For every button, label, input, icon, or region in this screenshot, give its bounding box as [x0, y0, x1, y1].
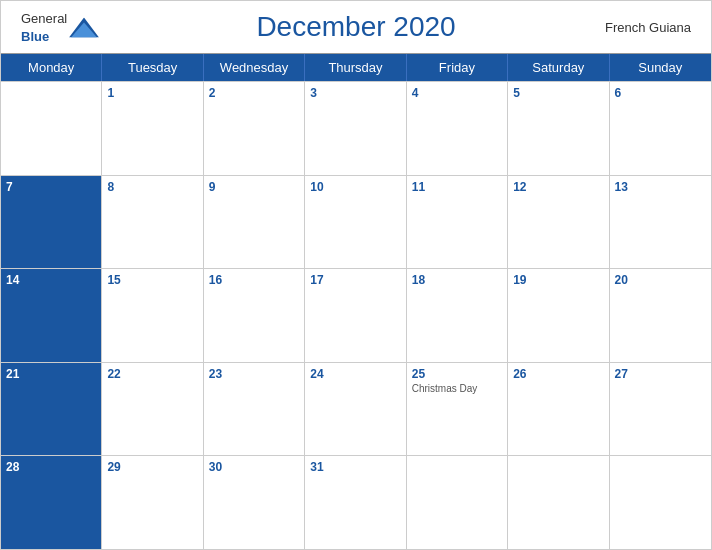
- day-cell: 29: [102, 456, 203, 549]
- day-cell: 18: [407, 269, 508, 362]
- week-row: 1 2 3 4 5 6: [1, 81, 711, 175]
- day-cell: 15: [102, 269, 203, 362]
- region-label: French Guiana: [605, 20, 691, 35]
- day-cell: 19: [508, 269, 609, 362]
- logo: General Blue: [21, 9, 99, 44]
- day-cell: [1, 82, 102, 175]
- day-cell: 21: [1, 363, 102, 456]
- day-cell: 23: [204, 363, 305, 456]
- week-row: 7 8 9 10 11 12 13: [1, 175, 711, 269]
- day-cell: 4: [407, 82, 508, 175]
- day-cell: 9: [204, 176, 305, 269]
- day-cell: 12: [508, 176, 609, 269]
- day-cell: 26: [508, 363, 609, 456]
- day-cell: 2: [204, 82, 305, 175]
- logo-icon: [69, 17, 99, 37]
- header-saturday: Saturday: [508, 54, 609, 81]
- day-cell: 14: [1, 269, 102, 362]
- day-cell: 17: [305, 269, 406, 362]
- day-cell-christmas: 25 Christmas Day: [407, 363, 508, 456]
- header-sunday: Sunday: [610, 54, 711, 81]
- day-cell: 20: [610, 269, 711, 362]
- day-cell: 27: [610, 363, 711, 456]
- day-cell: 11: [407, 176, 508, 269]
- logo-general-text: General: [21, 11, 67, 26]
- day-cell: [610, 456, 711, 549]
- header-tuesday: Tuesday: [102, 54, 203, 81]
- header-wednesday: Wednesday: [204, 54, 305, 81]
- day-cell: 30: [204, 456, 305, 549]
- weeks-container: 1 2 3 4 5 6 7 8 9 10 11 12 13 14 15 16: [1, 81, 711, 549]
- day-cell: 3: [305, 82, 406, 175]
- day-cell: 8: [102, 176, 203, 269]
- header-thursday: Thursday: [305, 54, 406, 81]
- week-row: 28 29 30 31: [1, 455, 711, 549]
- day-cell: 6: [610, 82, 711, 175]
- header-monday: Monday: [1, 54, 102, 81]
- day-cell: [407, 456, 508, 549]
- header-friday: Friday: [407, 54, 508, 81]
- holiday-label: Christmas Day: [412, 383, 502, 394]
- day-cell: 24: [305, 363, 406, 456]
- week-row: 21 22 23 24 25 Christmas Day 26 27: [1, 362, 711, 456]
- day-cell: 31: [305, 456, 406, 549]
- day-cell: 13: [610, 176, 711, 269]
- logo-blue-text: Blue: [21, 29, 49, 44]
- day-cell: 1: [102, 82, 203, 175]
- day-headers: Monday Tuesday Wednesday Thursday Friday…: [1, 54, 711, 81]
- day-cell: 7: [1, 176, 102, 269]
- week-row: 14 15 16 17 18 19 20: [1, 268, 711, 362]
- day-cell: 22: [102, 363, 203, 456]
- day-cell: [508, 456, 609, 549]
- day-cell: 10: [305, 176, 406, 269]
- calendar-header: General Blue December 2020 French Guiana: [1, 1, 711, 53]
- calendar-grid: Monday Tuesday Wednesday Thursday Friday…: [1, 53, 711, 549]
- day-cell: 16: [204, 269, 305, 362]
- calendar-container: General Blue December 2020 French Guiana…: [0, 0, 712, 550]
- day-cell: 5: [508, 82, 609, 175]
- month-title: December 2020: [256, 11, 455, 43]
- day-cell: 28: [1, 456, 102, 549]
